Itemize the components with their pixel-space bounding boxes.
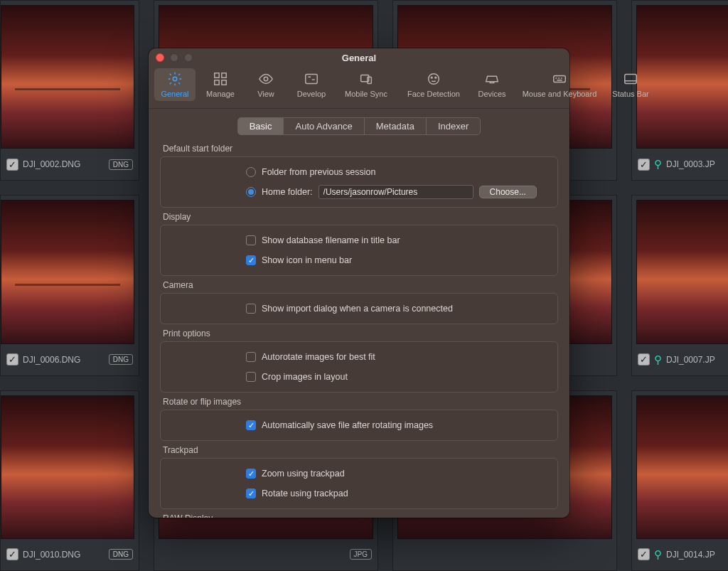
toolbar-tab-status-bar[interactable]: Status Bar	[606, 68, 655, 101]
checkbox-crop-layout[interactable]	[246, 372, 256, 382]
checkbox-autorotate[interactable]	[246, 352, 256, 362]
svg-point-9	[429, 74, 439, 85]
geo-pin-icon: ⚲	[654, 158, 662, 171]
thumbnail-cell[interactable]: DJI_0006.DNG DNG	[0, 195, 139, 375]
label-show-db-filename: Show database filename in title bar	[262, 235, 400, 245]
thumbnail-checkbox[interactable]	[6, 159, 18, 171]
svg-rect-1	[215, 73, 219, 78]
svg-rect-4	[222, 80, 226, 85]
grid-icon	[211, 71, 230, 87]
mobile-sync-icon	[357, 71, 375, 87]
keyboard-icon	[550, 71, 569, 87]
svg-rect-8	[368, 77, 372, 83]
preferences-body: Basic Auto Advance Metadata Indexer Defa…	[149, 109, 569, 518]
checkbox-show-menu-icon[interactable]	[246, 255, 256, 265]
thumbnail-cell[interactable]: DJI_0010.DNG DNG	[0, 390, 139, 571]
thumbnail-filename: DJI_0006.DNG	[23, 355, 80, 365]
subtab-auto-advance[interactable]: Auto Advance	[284, 117, 364, 135]
thumbnail-image[interactable]	[1, 200, 134, 343]
label-import-dialog: Show import dialog when a camera is conn…	[262, 304, 453, 314]
subtab-metadata[interactable]: Metadata	[365, 117, 427, 135]
svg-rect-3	[215, 80, 219, 85]
thumbnail-checkbox[interactable]	[6, 548, 18, 560]
device-icon	[483, 71, 501, 87]
label-rotate-trackpad: Rotate using trackpad	[262, 489, 348, 498]
thumbnail-filename: DJI_0002.DNG	[23, 159, 80, 169]
eye-icon	[257, 71, 275, 87]
svg-point-11	[435, 77, 437, 78]
radio-previous-session[interactable]	[246, 167, 256, 177]
svg-rect-2	[222, 73, 226, 78]
label-zoom-trackpad: Zoom using trackpad	[262, 469, 345, 479]
thumbnail-filename: DJI_0007.JP	[666, 355, 715, 365]
checkbox-rotate-trackpad[interactable]	[246, 489, 256, 498]
label-show-menu-icon: Show icon in menu bar	[262, 255, 352, 265]
svg-rect-12	[554, 75, 566, 82]
window-title: General	[342, 53, 376, 63]
section-title-rotate: Rotate or flip images	[163, 397, 558, 407]
panel-display: Show database filename in title bar Show…	[160, 225, 558, 276]
thumbnail-cell[interactable]: ⚲ DJI_0014.JP DNG	[631, 390, 728, 571]
subtab-indexer[interactable]: Indexer	[427, 117, 481, 135]
section-title-print: Print options	[163, 329, 558, 338]
thumbnail-filename: DJI_0014.JP	[666, 550, 715, 560]
titlebar[interactable]: General	[149, 48, 569, 67]
svg-point-10	[431, 77, 432, 78]
thumbnail-checkbox[interactable]	[638, 353, 650, 365]
panel-trackpad: Zoom using trackpad Rotate using trackpa…	[160, 458, 558, 509]
thumbnail-cell[interactable]: DJI_0002.DNG DNG	[0, 0, 139, 181]
thumbnail-image[interactable]	[636, 200, 728, 343]
toolbar-tab-develop[interactable]: Develop	[291, 68, 332, 101]
format-badge: JPG	[350, 549, 372, 560]
checkbox-zoom-trackpad[interactable]	[246, 469, 256, 479]
toolbar-tab-mouse-keyboard[interactable]: Mouse and Keyboard	[517, 68, 602, 101]
window-minimize-button[interactable]	[170, 53, 178, 62]
label-crop-layout: Crop images in layout	[262, 372, 348, 382]
format-badge: DNG	[109, 159, 133, 170]
toolbar-tab-manage[interactable]: Manage	[200, 68, 241, 101]
radio-home-folder[interactable]	[246, 187, 256, 197]
statusbar-icon	[621, 71, 640, 87]
section-title-display: Display	[163, 212, 558, 222]
toolbar-tab-face-detection[interactable]: Face Detection	[400, 68, 467, 101]
preferences-window: General General Manage View Develop Mobi…	[149, 48, 569, 518]
home-folder-path-field[interactable]	[318, 185, 473, 199]
svg-rect-6	[306, 75, 318, 84]
thumbnail-image[interactable]	[1, 395, 134, 539]
format-badge: DNG	[109, 549, 133, 560]
sub-tabs: Basic Auto Advance Metadata Indexer	[160, 117, 558, 135]
window-zoom-button[interactable]	[184, 53, 193, 62]
gear-icon	[166, 71, 184, 87]
format-badge: DNG	[109, 354, 133, 365]
toolbar-tab-general[interactable]: General	[154, 68, 196, 101]
checkbox-show-db-filename[interactable]	[246, 235, 256, 245]
toolbar-tab-mobile-sync[interactable]: Mobile Sync	[336, 68, 396, 101]
label-autorotate: Autorotate images for best fit	[262, 352, 375, 362]
thumbnail-cell[interactable]: ⚲ DJI_0007.JP DNG	[631, 195, 728, 375]
thumbnail-checkbox[interactable]	[6, 353, 18, 365]
choose-folder-button[interactable]: Choose...	[479, 186, 537, 198]
panel-start-folder: Folder from previous session Home folder…	[160, 156, 558, 208]
thumbnail-checkbox[interactable]	[638, 159, 650, 171]
svg-rect-13	[625, 75, 637, 84]
preferences-toolbar: General Manage View Develop Mobile Sync …	[149, 67, 569, 109]
face-icon	[424, 71, 443, 87]
geo-pin-icon: ⚲	[654, 353, 662, 366]
checkbox-autosave-rotate[interactable]	[246, 420, 256, 430]
label-previous-session: Folder from previous session	[262, 167, 375, 177]
toolbar-tab-view[interactable]: View	[245, 68, 287, 101]
label-autosave-rotate: Automatically save file after rotating i…	[262, 420, 433, 430]
thumbnail-image[interactable]	[636, 395, 728, 539]
svg-point-0	[173, 77, 177, 81]
thumbnail-checkbox[interactable]	[638, 548, 650, 560]
section-title-raw: RAW Display	[163, 513, 558, 518]
checkbox-import-dialog[interactable]	[246, 304, 256, 314]
thumbnail-image[interactable]	[1, 5, 134, 149]
svg-point-5	[264, 77, 268, 81]
subtab-basic[interactable]: Basic	[237, 117, 284, 135]
window-close-button[interactable]	[156, 53, 164, 62]
panel-print: Autorotate images for best fit Crop imag…	[160, 341, 558, 393]
section-title-start-folder: Default start folder	[163, 144, 558, 154]
toolbar-tab-devices[interactable]: Devices	[471, 68, 513, 101]
geo-pin-icon: ⚲	[654, 548, 662, 561]
